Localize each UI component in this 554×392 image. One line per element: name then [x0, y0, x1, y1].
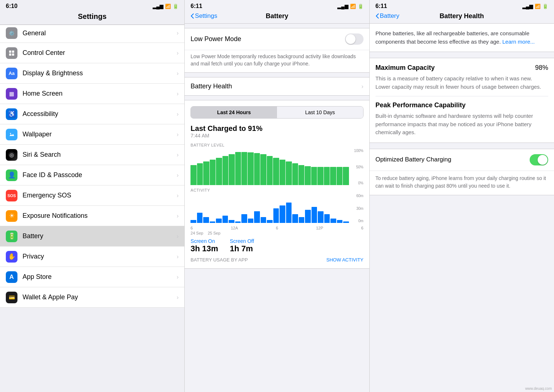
optimized-toggle[interactable]: [530, 154, 548, 165]
activity-bar: [222, 216, 228, 223]
battery-bar: [267, 156, 273, 185]
tab-10days[interactable]: Last 10 Days: [277, 107, 363, 118]
max-capacity-row: Maximum Capacity 98%: [376, 64, 548, 72]
time-2: 6:11: [190, 3, 202, 9]
chart-time: 7:44 AM: [190, 133, 363, 139]
settings-item-wallpaper[interactable]: Wallpaper ›: [0, 124, 184, 145]
faceid-chevron: ›: [177, 172, 178, 179]
show-activity-button[interactable]: SHOW ACTIVITY: [326, 257, 364, 263]
wallpaper-label: Wallpaper: [23, 131, 177, 138]
settings-item-appstore[interactable]: A App Store ›: [0, 267, 184, 287]
activity-bar: [229, 220, 234, 223]
settings-item-sos[interactable]: SOS Emergency SOS ›: [0, 185, 184, 206]
optimized-row: Optimized Battery Charging: [370, 149, 554, 171]
activity-yaxis: 60m 30m 0m: [351, 194, 364, 223]
chart-header: Last Charged to 91% 7:44 AM: [190, 124, 363, 139]
health-back-button[interactable]: Battery: [376, 12, 400, 20]
settings-item-privacy[interactable]: ✋ Privacy ›: [0, 247, 184, 267]
appstore-icon: A: [6, 271, 17, 283]
privacy-icon: ✋: [6, 251, 17, 263]
settings-item-control-center[interactable]: Control Center ›: [0, 43, 184, 63]
battery-back-label: Settings: [195, 12, 217, 20]
battery-bar: [254, 153, 260, 185]
activity-bar: [248, 219, 254, 223]
settings-item-accessibility[interactable]: ♿ Accessibility ›: [0, 104, 184, 124]
battery-bar: [273, 158, 279, 185]
wifi-icon-3: 📶: [535, 4, 541, 9]
sos-icon: SOS: [6, 190, 17, 201]
time-3: 6:11: [376, 3, 387, 9]
screen-off-stat: Screen Off 1h 7m: [230, 238, 254, 253]
activity-chart: 60m 30m 0m: [190, 194, 363, 223]
battery-content: Low Power Mode Low Power Mode temporaril…: [185, 24, 369, 392]
siri-label: Siri & Search: [23, 151, 177, 159]
wallet-chevron: ›: [177, 294, 178, 301]
low-power-row: Low Power Mode: [185, 28, 369, 50]
battery-bar: [311, 167, 317, 185]
screen-on-value: 3h 13m: [190, 244, 218, 253]
wallet-icon: 💳: [6, 292, 17, 303]
control-center-chevron: ›: [177, 50, 178, 56]
battery-icon-item: 🔋: [6, 231, 17, 242]
settings-item-display[interactable]: Aa Display & Brightness ›: [0, 63, 184, 84]
settings-item-siri[interactable]: ◎ Siri & Search ›: [0, 145, 184, 165]
battery-bar: [248, 152, 253, 185]
screen-off-value: 1h 7m: [230, 244, 254, 253]
battery-bar: [305, 166, 310, 185]
screen-off-label: Screen Off: [230, 238, 254, 244]
status-icons-3: ▂▄▆ 📶 🔋: [522, 4, 548, 9]
settings-item-general[interactable]: ⚙️ General ›: [0, 25, 184, 43]
battery-bar: [260, 154, 266, 185]
activity-bar: [241, 214, 247, 223]
health-intro: Phone batteries, like all rechargeable b…: [370, 24, 554, 52]
status-icons-1: ▂▄▆ 📶 🔋: [153, 4, 178, 9]
status-icons-2: ▂▄▆ 📶 🔋: [337, 4, 363, 9]
learn-more-link[interactable]: Learn more...: [502, 39, 535, 45]
activity-bar: [190, 220, 196, 223]
general-label: General: [23, 29, 177, 37]
activity-bar: [216, 219, 222, 223]
svg-point-4: [9, 132, 15, 137]
signal-icon-2: ▂▄▆: [337, 4, 348, 9]
settings-item-wallet[interactable]: 💳 Wallet & Apple Pay ›: [0, 287, 184, 308]
battery-health-label: Battery Health: [190, 83, 361, 90]
wifi-icon: 📶: [165, 4, 171, 9]
low-power-toggle[interactable]: [345, 33, 364, 45]
max-capacity-label: Maximum Capacity: [376, 64, 435, 72]
activity-bar: [235, 221, 241, 223]
appstore-chevron: ›: [177, 274, 178, 280]
settings-item-exposure[interactable]: ☀ Exposure Notifications ›: [0, 206, 184, 226]
faceid-icon: 👤: [6, 169, 17, 181]
optimized-label: Optimized Battery Charging: [376, 156, 530, 163]
battery-back-button[interactable]: Settings: [190, 12, 217, 20]
battery-chart: 100% 50% 0%: [190, 149, 363, 185]
faceid-label: Face ID & Passcode: [23, 171, 177, 179]
time-1: 6:10: [6, 3, 17, 9]
battery-bar: [298, 165, 304, 185]
battery-bar: [280, 160, 285, 185]
tab-24hours[interactable]: Last 24 Hours: [191, 107, 277, 118]
battery-bar: [324, 167, 330, 185]
health-nav: Battery Battery Health: [370, 11, 554, 24]
siri-icon: ◎: [6, 149, 17, 161]
date-labels: 24 Sep 25 Sep: [190, 231, 363, 235]
settings-item-faceid[interactable]: 👤 Face ID & Passcode ›: [0, 165, 184, 185]
battery-bar: [210, 160, 216, 185]
low-power-label: Low Power Mode: [190, 35, 345, 43]
battery-panel: 6:11 ▂▄▆ 📶 🔋 Settings Battery Low Power …: [185, 0, 369, 392]
battery-chart-section: Last 24 Hours Last 10 Days Last Charged …: [185, 100, 369, 269]
battery-label: Battery: [23, 232, 177, 240]
chart-tabs: Last 24 Hours Last 10 Days: [190, 106, 363, 119]
activity-bar: [254, 211, 260, 223]
settings-item-battery[interactable]: 🔋 Battery ›: [0, 226, 184, 247]
battery-bar: [241, 152, 247, 185]
battery-health-row[interactable]: Battery Health ›: [185, 77, 369, 96]
settings-item-home-screen[interactable]: ▦ Home Screen ›: [0, 84, 184, 104]
activity-bar: [299, 217, 305, 223]
settings-list: ⚙️ General › Control Center › Aa Display…: [0, 25, 184, 392]
status-bar-1: 6:10 ▂▄▆ 📶 🔋: [0, 0, 184, 11]
battery-usage-label: BATTERY USAGE BY APP: [190, 257, 248, 263]
battery-usage-footer: BATTERY USAGE BY APP SHOW ACTIVITY: [190, 257, 363, 263]
general-icon: ⚙️: [6, 27, 17, 39]
activity-bar: [330, 219, 336, 223]
